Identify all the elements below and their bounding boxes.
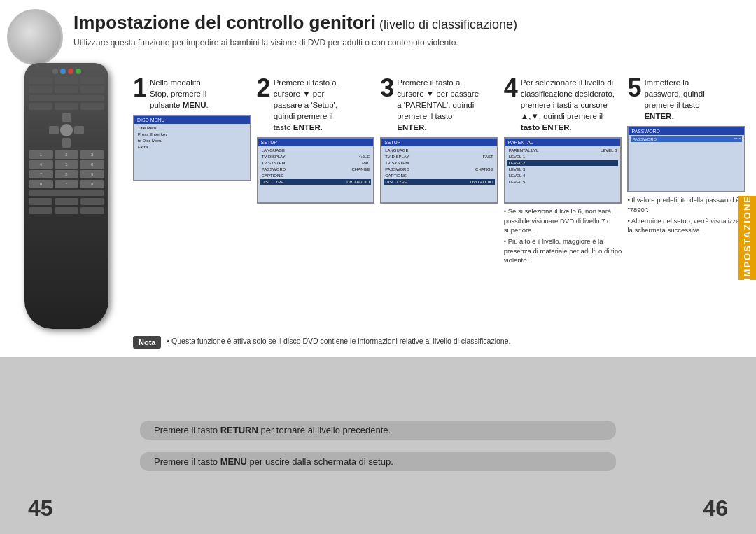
step-5-row-1: PASSWORD**** bbox=[631, 136, 742, 142]
remote-top-grid bbox=[29, 77, 104, 93]
step-4-number: 4 bbox=[504, 76, 518, 101]
step-3-row-1: LANGUAGE bbox=[384, 148, 495, 153]
remote-small-btn-3 bbox=[80, 77, 104, 84]
remote-bot-btn-5 bbox=[55, 207, 78, 214]
remote-num-8: 8 bbox=[55, 170, 79, 178]
step-4-screen: PARENTAL PARENTAL LVLLEVEL 8 LEVEL 1 LEV… bbox=[504, 137, 622, 204]
remote-bot-btn-2 bbox=[55, 198, 78, 205]
step-4-row-6: LEVEL 5 bbox=[507, 179, 619, 185]
remote-mid-grid bbox=[29, 103, 104, 110]
step-1-text: Nella modalitàStop, premere ilpulsante M… bbox=[150, 76, 209, 111]
page-number-left: 45 bbox=[28, 496, 53, 521]
step-3-header: 3 Premere il tasto acursore ▼ per passar… bbox=[380, 76, 498, 133]
step-4: 4 Per selezionare il livello diclassific… bbox=[504, 76, 622, 267]
remote-small-btn-6 bbox=[80, 86, 104, 93]
remote-dpad bbox=[49, 113, 84, 148]
nota-area: Nota • Questa funzione è attiva solo se … bbox=[133, 336, 735, 349]
remote-num-4: 4 bbox=[29, 160, 53, 169]
step-1-screen: DISC MENU Title Menu Press Enter key to … bbox=[133, 115, 251, 181]
step-1-row-3: to Disc Menu bbox=[136, 138, 248, 143]
dpad-center bbox=[60, 124, 73, 136]
step-1-row-4: Extra bbox=[136, 144, 248, 150]
step-4-row-4: LEVEL 3 bbox=[507, 167, 619, 172]
step-2-row-1: LANGUAGE bbox=[260, 148, 372, 153]
step-1-screen-content: Title Menu Press Enter key to Disc Menu … bbox=[134, 124, 250, 180]
step-2: 2 Premere il tasto acursore ▼ perpassare… bbox=[257, 76, 375, 267]
nota-badge: Nota bbox=[133, 336, 161, 349]
remote-small-btn-4 bbox=[29, 86, 52, 93]
step-4-header: 4 Per selezionare il livello diclassific… bbox=[504, 76, 622, 133]
step-5-screen: PASSWORD PASSWORD**** bbox=[627, 126, 746, 192]
remote-btn-blue bbox=[60, 69, 66, 74]
page-title: Impostazione del controllo genitori (liv… bbox=[74, 13, 742, 33]
logo-circle bbox=[7, 9, 63, 65]
remote-mid-btn-1 bbox=[29, 103, 52, 110]
remote-num-1: 1 bbox=[29, 150, 53, 159]
step-2-header: 2 Premere il tasto acursore ▼ perpassare… bbox=[257, 76, 375, 133]
step-5-number: 5 bbox=[627, 76, 641, 101]
step-4-row-1: PARENTAL LVLLEVEL 8 bbox=[507, 148, 619, 153]
step-4-notes: Se si seleziona il livello 6, non sarà p… bbox=[504, 206, 622, 267]
step-2-row-4: PASSWORDCHANGE bbox=[260, 167, 372, 172]
step-1: 1 Nella modalitàStop, premere ilpulsante… bbox=[133, 76, 251, 267]
step-2-number: 2 bbox=[257, 76, 271, 101]
step-3-screen: SETUP LANGUAGE TV DISPLAYFAST TV SYSTEM … bbox=[380, 137, 498, 204]
step-3-text: Premere il tasto acursore ▼ per passarea… bbox=[397, 76, 479, 133]
step-4-row-5: LEVEL 4 bbox=[507, 173, 619, 178]
step-4-row-3: LEVEL 2 bbox=[507, 160, 619, 166]
step-3-row-5: CAPTIONS bbox=[384, 173, 495, 178]
remote-num-3: 3 bbox=[80, 150, 104, 159]
step-4-row-2: LEVEL 1 bbox=[507, 154, 619, 160]
step-3-row-2: TV DISPLAYFAST bbox=[384, 154, 495, 160]
bottom-section: Premere il tasto RETURN per tornare al l… bbox=[0, 357, 756, 534]
step-2-row-3: TV SYSTEMPAL bbox=[260, 160, 372, 166]
remote-num-5: 5 bbox=[55, 160, 79, 169]
step-5-row-2 bbox=[631, 143, 742, 144]
remote-top-buttons bbox=[29, 69, 104, 74]
remote-btn-1 bbox=[52, 69, 58, 74]
step-4-screen-title: PARENTAL bbox=[505, 139, 621, 146]
remote-small-btn-5 bbox=[55, 86, 78, 93]
header-area: Impostazione del controllo genitori (liv… bbox=[0, 0, 756, 72]
remote-bot-btn-4 bbox=[29, 207, 52, 214]
remote-long-btn-1 bbox=[29, 95, 104, 101]
step-1-number: 1 bbox=[133, 76, 147, 101]
remote-control: 1 2 3 4 5 6 7 8 9 0 * # bbox=[7, 63, 126, 343]
return-note: Premere il tasto RETURN per tornare al l… bbox=[140, 421, 616, 440]
top-section: Impostazione del controllo genitori (liv… bbox=[0, 0, 756, 357]
remote-bot-btn-1 bbox=[29, 198, 52, 205]
step-1-screen-title: DISC MENU bbox=[134, 116, 250, 124]
remote-btn-red bbox=[68, 69, 74, 74]
step-2-screen-title: SETUP bbox=[258, 139, 374, 146]
remote-small-btn-1 bbox=[29, 77, 52, 84]
step-2-text: Premere il tasto acursore ▼ perpassare a… bbox=[274, 76, 337, 133]
step-2-row-6: DISC TYPEDVD AUDIO bbox=[260, 179, 372, 185]
remote-num-0: 0 bbox=[29, 180, 53, 188]
step-5-notes: Il valore predefinito della password è "… bbox=[627, 195, 746, 237]
remote-num-grid: 1 2 3 4 5 6 7 8 9 0 * # bbox=[29, 150, 104, 188]
step-2-screen: SETUP LANGUAGE TV DISPLAY4:3LE TV SYSTEM… bbox=[257, 137, 375, 204]
step-1-row-1: Title Menu bbox=[136, 125, 248, 131]
menu-note: Premere il tasto MENU per uscire dalla s… bbox=[140, 452, 616, 471]
step-5-screen-content: PASSWORD**** bbox=[629, 135, 744, 191]
step-2-row-2: TV DISPLAY4:3LE bbox=[260, 154, 372, 160]
remote-btn-hash: # bbox=[80, 180, 104, 188]
remote-small-btn-2 bbox=[55, 77, 78, 84]
remote-long-btn-2 bbox=[29, 190, 104, 196]
step-3-row-4: PASSWORDCHANGE bbox=[384, 167, 495, 172]
step-5: 5 Immettere lapassword, quindipremere il… bbox=[627, 76, 746, 267]
remote-btn-star: * bbox=[55, 180, 79, 188]
remote-num-2: 2 bbox=[55, 150, 79, 159]
step-2-screen-content: LANGUAGE TV DISPLAY4:3LE TV SYSTEMPAL PA… bbox=[258, 146, 374, 202]
step-4-text: Per selezionare il livello diclassificaz… bbox=[521, 76, 615, 133]
step-2-row-5: CAPTIONS bbox=[260, 173, 372, 178]
remote-mid-btn-2 bbox=[55, 103, 78, 110]
step-3: 3 Premere il tasto acursore ▼ per passar… bbox=[380, 76, 498, 267]
side-tab: IMPOSTAZIONE bbox=[738, 196, 756, 280]
nota-text: • Questa funzione è attiva solo se il di… bbox=[167, 336, 510, 346]
step-1-row-2: Press Enter key bbox=[136, 132, 248, 137]
remote-mid-btn-3 bbox=[80, 103, 104, 110]
step-5-screen-title: PASSWORD bbox=[629, 127, 744, 135]
dpad-down bbox=[62, 138, 71, 148]
step-3-screen-title: SETUP bbox=[382, 139, 497, 146]
